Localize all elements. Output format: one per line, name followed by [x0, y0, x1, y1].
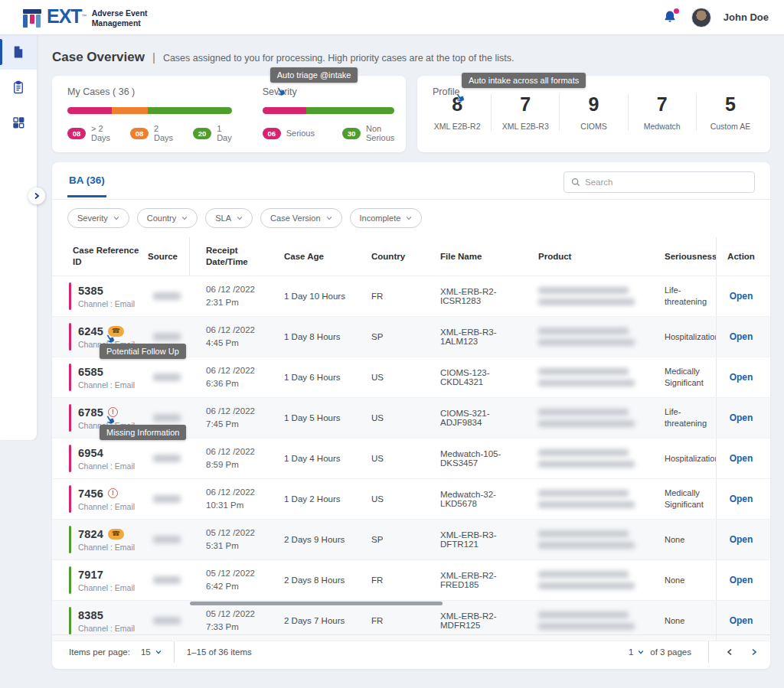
table-row[interactable]: 7824 ☎ Channel : Email 05 /12 /2022 5:31…: [52, 520, 770, 560]
open-link[interactable]: Open: [730, 534, 753, 545]
legend-label: 1 Day: [217, 124, 232, 142]
redacted-product: [538, 298, 635, 305]
case-channel: Channel : Email: [78, 461, 135, 471]
redacted-product: [538, 420, 635, 427]
open-link[interactable]: Open: [730, 291, 753, 302]
case-id: 6954: [78, 447, 103, 459]
source-cell: [144, 560, 190, 600]
table-row[interactable]: 6785 ! Channel : Email Missing Informati…: [52, 398, 770, 439]
case-id: 7917: [78, 569, 103, 581]
case-channel: Channel : Email: [78, 583, 135, 592]
sidebar-item-tasks[interactable]: [0, 70, 37, 105]
source-cell: [144, 439, 190, 478]
redacted-source: [153, 333, 181, 341]
next-page-button[interactable]: [750, 648, 758, 656]
search-input[interactable]: [585, 178, 747, 187]
redacted-source: [153, 495, 181, 503]
table-row[interactable]: 6245 ☎ Channel : Email Potential Follow …: [52, 317, 770, 357]
table-row[interactable]: 7456 ! Channel : Email 06 /12 /2022 10:3…: [52, 479, 770, 520]
summary-card: My Cases ( 36 ) 08 > 2 Days 08 2 Days: [52, 76, 406, 152]
open-link[interactable]: Open: [730, 372, 753, 383]
page-header: Case Overview | Cases assigned to you fo…: [52, 50, 770, 65]
case-table-card: BA (36) Severity Country SLA: [52, 162, 770, 669]
case-channel: Channel : Email: [78, 380, 135, 390]
open-link[interactable]: Open: [730, 615, 753, 626]
receipt-time: 7:33 Pm: [206, 622, 239, 633]
priority-accent-bar: [69, 323, 71, 351]
open-link[interactable]: Open: [730, 494, 753, 504]
sidebar-item-dashboard[interactable]: [0, 105, 37, 140]
case-reference-cell: 6585 Channel : Email: [69, 357, 144, 397]
source-cell: [144, 479, 190, 519]
filter-dropdown[interactable]: Case Version: [260, 208, 341, 228]
filter-dropdown[interactable]: Incomplete: [350, 208, 423, 228]
file-name-cell: Medwatch-32-LKD5678: [436, 479, 534, 519]
file-name-cell: Medwatch-105-DKS3457: [436, 439, 534, 478]
notification-bell-icon[interactable]: [662, 9, 679, 26]
table-row[interactable]: 6954 Channel : Email 06 /12 /2022 8:59 P…: [52, 439, 770, 479]
redacted-product: [538, 623, 635, 630]
seriousness-cell: Hospitalization: [661, 439, 716, 478]
table-row[interactable]: 7917 Channel : Email 05 /12 /2022 6:42 P…: [52, 560, 770, 601]
legend-badge: 08: [130, 128, 149, 139]
case-reference-cell: 6954 Channel : Email: [69, 439, 144, 478]
country-cell: FR: [368, 276, 436, 316]
filter-dropdown[interactable]: Country: [137, 208, 198, 228]
my-cases-legend: 08 > 2 Days 08 2 Days 20 1 Day: [67, 124, 232, 142]
notification-badge: [674, 8, 679, 14]
action-cell: Open: [716, 439, 770, 478]
case-age-cell: 1 Day 8 Hours: [280, 317, 368, 357]
action-cell: Open: [716, 560, 770, 600]
open-link[interactable]: Open: [730, 331, 753, 342]
redacted-source: [153, 576, 181, 584]
legend-badge: 20: [193, 128, 211, 139]
filter-dropdown[interactable]: Severity: [67, 208, 129, 228]
case-id: 6785: [78, 406, 103, 419]
redacted-source: [153, 373, 181, 381]
open-link[interactable]: Open: [730, 575, 753, 585]
case-age-cell: 1 Day 4 Hours: [280, 439, 368, 478]
receipt-date: 05 /12 /2022: [206, 569, 255, 579]
table-body: 5385 Channel : Email 06 /12 /2022 2:31 P…: [52, 276, 770, 641]
profile-card: Profile Auto intake across all formats 8…: [417, 76, 770, 152]
column-header: Case Reference ID: [69, 237, 144, 276]
filter-dropdown[interactable]: SLA: [205, 208, 253, 228]
table-row[interactable]: 5385 Channel : Email 06 /12 /2022 2:31 P…: [52, 276, 770, 317]
priority-accent-bar: [69, 404, 71, 432]
user-avatar[interactable]: [691, 8, 711, 28]
country-cell: FR: [368, 560, 436, 600]
product-cell: [534, 439, 661, 478]
horizontal-scrollbar[interactable]: [190, 602, 443, 605]
open-link[interactable]: Open: [730, 453, 753, 464]
logo-tagline: Adverse Event Management: [92, 8, 148, 28]
search-box[interactable]: [564, 171, 755, 193]
product-cell: [534, 398, 661, 438]
bar-segment: [263, 107, 306, 114]
filters-row: Severity Country SLA Case Version: [52, 200, 770, 237]
tab-ba[interactable]: BA (36): [67, 171, 106, 197]
case-age-cell: 2 Days 9 Hours: [280, 520, 368, 559]
receipt-time: 6:36 Pm: [206, 379, 239, 390]
filter-label: Country: [147, 214, 177, 223]
case-reference-cell: 6245 ☎ Channel : Email Potential Follow …: [69, 317, 144, 357]
sidebar: [0, 34, 37, 440]
main-content: Case Overview | Cases assigned to you fo…: [37, 34, 784, 688]
stat-label: Custom AE: [700, 122, 761, 131]
follow-up-badge-icon: ☎: [108, 529, 124, 540]
page-select[interactable]: 1: [629, 647, 644, 657]
legend-item: 08 > 2 Days: [67, 124, 110, 142]
open-link[interactable]: Open: [730, 412, 753, 423]
table-row[interactable]: 6585 Channel : Email 06 /12 /2022 6:36 P…: [52, 357, 770, 398]
action-cell: Open: [716, 479, 770, 519]
receipt-date: 06 /12 /2022: [206, 487, 255, 498]
redacted-product: [538, 582, 635, 589]
previous-page-button[interactable]: [726, 648, 733, 656]
sidebar-expand-button[interactable]: [28, 187, 45, 204]
redacted-product: [538, 542, 635, 549]
profile-stat: 7 Medwatch: [628, 94, 696, 131]
profile-stats: 8 XML E2B-R2 7 XML E2B-R3 9 CIOMS 7: [423, 94, 764, 131]
priority-accent-bar: [69, 485, 71, 513]
sidebar-item-cases[interactable]: [0, 34, 37, 70]
items-per-page-select[interactable]: 15: [141, 647, 162, 657]
country-cell: US: [368, 357, 436, 397]
